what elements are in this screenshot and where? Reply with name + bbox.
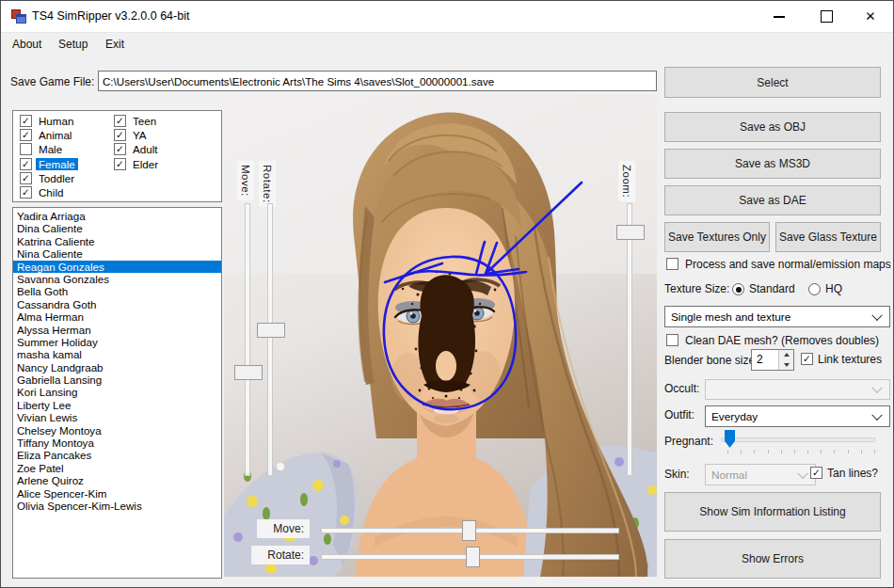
checkbox-icon[interactable]: ✓ bbox=[114, 143, 126, 155]
sim-list-item[interactable]: Nancy Landgraab bbox=[13, 361, 221, 373]
slider-tick bbox=[821, 450, 822, 453]
texture-size-label: Texture Size: bbox=[664, 282, 729, 295]
close-button[interactable]: ✕ bbox=[849, 1, 892, 32]
save-as-ms3d-button[interactable]: Save as MS3D bbox=[664, 149, 881, 179]
clean-dae-checkbox[interactable] bbox=[666, 334, 678, 346]
rotate-vertical-slider[interactable] bbox=[267, 203, 273, 476]
menu-item-about[interactable]: About bbox=[4, 33, 50, 55]
slider-tick bbox=[754, 450, 755, 453]
sim-list-item[interactable]: Alice Spencer-Kim bbox=[13, 487, 221, 500]
pregnant-slider[interactable] bbox=[721, 437, 876, 442]
sim-list-item[interactable]: Kori Lansing bbox=[13, 386, 221, 398]
minimize-icon bbox=[774, 16, 785, 18]
filter-label: YA bbox=[133, 129, 147, 141]
sim-list-item[interactable]: Chelsey Montoya bbox=[13, 424, 221, 437]
zoom-slider[interactable] bbox=[627, 203, 632, 476]
save-game-file-label: Save Game File: bbox=[10, 75, 94, 88]
checkbox-icon[interactable]: ✓ bbox=[114, 158, 126, 170]
filter-teen[interactable]: ✓Teen bbox=[114, 114, 158, 128]
slider-tick bbox=[834, 450, 835, 453]
checkbox-icon[interactable] bbox=[20, 143, 32, 155]
checkbox-icon[interactable]: ✓ bbox=[20, 115, 32, 127]
filter-child[interactable]: ✓Child bbox=[20, 185, 78, 199]
filter-label: Teen bbox=[133, 115, 156, 127]
filter-adult[interactable]: ✓Adult bbox=[114, 142, 158, 156]
sim-list-item[interactable]: Zoe Patel bbox=[13, 462, 221, 474]
stepper-down-button[interactable] bbox=[779, 360, 793, 371]
move-horizontal-slider-thumb[interactable] bbox=[462, 520, 476, 541]
process-maps-checkbox[interactable] bbox=[666, 258, 678, 270]
filter-elder[interactable]: ✓Elder bbox=[114, 157, 158, 171]
sim-list-item[interactable]: Vivian Lewis bbox=[13, 411, 221, 423]
show-errors-button[interactable]: Show Errors bbox=[664, 539, 881, 579]
texture-size-hq-radio[interactable] bbox=[808, 283, 821, 295]
tan-lines-checkbox[interactable]: ✓ bbox=[810, 467, 822, 479]
show-sim-information-button[interactable]: Show Sim Information Listing bbox=[664, 492, 881, 532]
filter-label: Elder bbox=[133, 158, 158, 170]
filter-male[interactable]: Male bbox=[20, 142, 78, 156]
move-vertical-slider-thumb[interactable] bbox=[234, 365, 263, 380]
rotate-horizontal-slider-thumb[interactable] bbox=[466, 547, 480, 567]
save-textures-only-button[interactable]: Save Textures Only bbox=[664, 222, 770, 252]
sim-list[interactable]: Yadira ArriagaDina CalienteKatrina Calie… bbox=[12, 207, 222, 579]
move-vertical-slider[interactable] bbox=[245, 203, 250, 476]
sim-list-item[interactable]: Bella Goth bbox=[13, 285, 221, 297]
save-game-file-input[interactable] bbox=[98, 71, 657, 91]
filter-human[interactable]: ✓Human bbox=[20, 114, 78, 128]
sim-list-item[interactable]: Dina Caliente bbox=[13, 222, 221, 234]
bone-size-label: Blender bone size bbox=[664, 354, 755, 367]
sim-list-item[interactable]: Alyssa Herman bbox=[13, 324, 221, 336]
pregnant-slider-thumb[interactable] bbox=[725, 430, 735, 448]
move-horizontal-label: Move: bbox=[257, 519, 310, 538]
sim-list-item[interactable]: Nina Caliente bbox=[13, 247, 221, 260]
menu-item-exit[interactable]: Exit bbox=[97, 33, 133, 55]
sim-list-item[interactable]: Yadira Arriaga bbox=[13, 210, 221, 222]
link-textures-checkbox[interactable]: ✓ bbox=[801, 353, 813, 365]
sim-list-item[interactable]: Tiffany Montoya bbox=[13, 437, 221, 449]
checkbox-icon[interactable]: ✓ bbox=[20, 186, 32, 199]
sim-list-item[interactable]: Savanna Gonzales bbox=[13, 273, 221, 285]
sim-list-item[interactable]: Alma Herman bbox=[13, 310, 221, 323]
filter-animal[interactable]: ✓Animal bbox=[20, 128, 78, 142]
save-as-dae-button[interactable]: Save as DAE bbox=[664, 185, 881, 215]
checkbox-icon[interactable]: ✓ bbox=[20, 158, 32, 170]
zoom-slider-thumb[interactable] bbox=[616, 225, 645, 240]
checkbox-icon[interactable]: ✓ bbox=[114, 129, 126, 141]
checkbox-icon[interactable]: ✓ bbox=[20, 172, 32, 184]
texture-size-standard-radio[interactable] bbox=[732, 283, 744, 295]
minimize-button[interactable] bbox=[758, 1, 801, 32]
sim-list-item[interactable]: Gabriella Lansing bbox=[13, 373, 221, 386]
filter-column-1: ✓Human✓AnimalMale✓Female✓Toddler✓Child bbox=[20, 114, 78, 199]
titlebar: TS4 SimRipper v3.2.0.0 64-bit ✕ bbox=[1, 1, 893, 33]
filter-toddler[interactable]: ✓Toddler bbox=[20, 171, 78, 185]
bone-size-stepper[interactable]: 2 bbox=[751, 349, 794, 371]
occult-dropdown bbox=[705, 379, 890, 400]
save-as-obj-button[interactable]: Save as OBJ bbox=[664, 112, 881, 142]
sim-list-item[interactable]: Katrina Caliente bbox=[13, 235, 221, 247]
mesh-mode-dropdown[interactable]: Single mesh and texture bbox=[664, 306, 890, 327]
rotate-vertical-label: Rotate: bbox=[259, 161, 276, 207]
sim-list-item[interactable]: Olivia Spencer-Kim-Lewis bbox=[13, 500, 221, 512]
menu-item-setup[interactable]: Setup bbox=[50, 33, 96, 55]
sim-list-item[interactable]: Cassandra Goth bbox=[13, 298, 221, 310]
sim-list-item[interactable]: Arlene Quiroz bbox=[13, 474, 221, 486]
maximize-button[interactable] bbox=[805, 1, 848, 32]
filter-ya[interactable]: ✓YA bbox=[114, 128, 158, 142]
checkbox-icon[interactable]: ✓ bbox=[20, 129, 32, 141]
sim-list-item[interactable]: Liberty Lee bbox=[13, 399, 221, 411]
select-button[interactable]: Select bbox=[664, 67, 881, 98]
rotate-vertical-slider-thumb[interactable] bbox=[257, 323, 285, 338]
save-glass-texture-button[interactable]: Save Glass Texture bbox=[775, 222, 881, 252]
slider-tick bbox=[781, 450, 782, 453]
filter-female[interactable]: ✓Female bbox=[20, 157, 78, 171]
checkbox-icon[interactable]: ✓ bbox=[114, 115, 126, 127]
sim-list-item[interactable]: Reagan Gonzales bbox=[13, 261, 221, 273]
outfit-dropdown[interactable]: Everyday bbox=[705, 405, 890, 427]
sim-list-item[interactable]: masha kamal bbox=[13, 348, 221, 360]
chevron-down-icon bbox=[871, 310, 882, 320]
maximize-icon bbox=[821, 10, 833, 23]
slider-tick bbox=[848, 450, 849, 453]
sim-list-item[interactable]: Eliza Pancakes bbox=[13, 449, 221, 461]
occult-label: Occult: bbox=[664, 382, 699, 395]
sim-list-item[interactable]: Summer Holiday bbox=[13, 336, 221, 348]
